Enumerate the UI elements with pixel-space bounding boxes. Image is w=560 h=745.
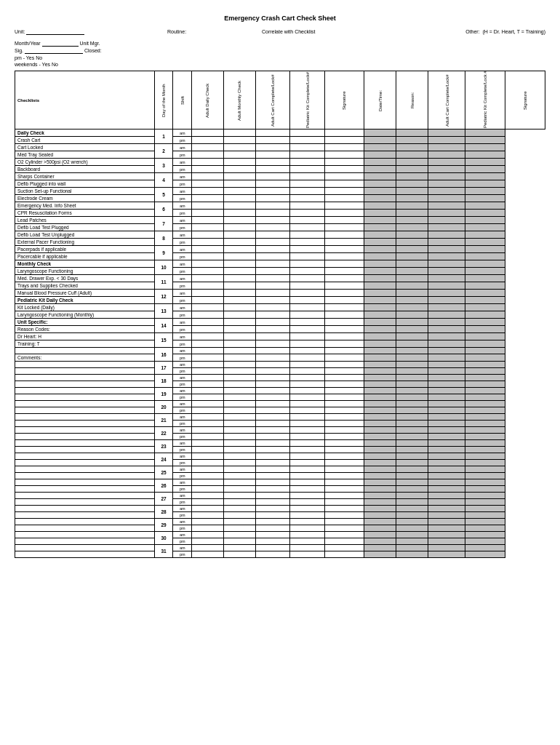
other-cell[interactable] bbox=[465, 427, 505, 434]
other-cell[interactable] bbox=[364, 311, 396, 319]
other-cell[interactable] bbox=[396, 479, 428, 486]
other-cell[interactable] bbox=[465, 421, 505, 427]
check-cell[interactable] bbox=[223, 173, 255, 180]
other-cell[interactable] bbox=[465, 239, 505, 246]
check-cell[interactable] bbox=[255, 333, 290, 340]
check-cell[interactable] bbox=[223, 460, 255, 466]
other-cell[interactable] bbox=[465, 333, 505, 340]
other-cell[interactable] bbox=[364, 519, 396, 525]
other-cell[interactable] bbox=[428, 231, 465, 239]
other-cell[interactable] bbox=[428, 506, 465, 512]
other-cell[interactable] bbox=[396, 144, 428, 151]
check-cell[interactable] bbox=[255, 326, 290, 333]
other-cell[interactable] bbox=[465, 453, 505, 460]
other-cell[interactable] bbox=[465, 545, 505, 551]
other-cell[interactable] bbox=[428, 486, 465, 493]
check-cell[interactable] bbox=[290, 151, 325, 159]
other-cell[interactable] bbox=[364, 151, 396, 159]
other-cell[interactable] bbox=[364, 210, 396, 217]
other-cell[interactable] bbox=[396, 493, 428, 499]
check-cell[interactable] bbox=[255, 253, 290, 260]
other-cell[interactable] bbox=[364, 144, 396, 151]
check-cell[interactable] bbox=[223, 499, 255, 506]
other-cell[interactable] bbox=[364, 427, 396, 434]
other-cell[interactable] bbox=[465, 525, 505, 532]
check-cell[interactable] bbox=[290, 460, 325, 466]
check-cell[interactable] bbox=[255, 340, 290, 348]
other-cell[interactable] bbox=[396, 304, 428, 311]
check-cell[interactable] bbox=[290, 551, 325, 558]
other-cell[interactable] bbox=[396, 326, 428, 333]
check-cell[interactable] bbox=[255, 447, 290, 453]
check-cell[interactable] bbox=[290, 499, 325, 506]
check-cell[interactable] bbox=[324, 239, 364, 246]
other-cell[interactable] bbox=[364, 479, 396, 486]
check-cell[interactable] bbox=[191, 506, 223, 512]
other-cell[interactable] bbox=[465, 551, 505, 558]
check-cell[interactable] bbox=[191, 532, 223, 538]
check-cell[interactable] bbox=[255, 453, 290, 460]
other-cell[interactable] bbox=[396, 239, 428, 246]
other-cell[interactable] bbox=[364, 551, 396, 558]
check-cell[interactable] bbox=[290, 493, 325, 499]
other-cell[interactable] bbox=[396, 401, 428, 407]
check-cell[interactable] bbox=[255, 460, 290, 466]
check-cell[interactable] bbox=[223, 159, 255, 166]
check-cell[interactable] bbox=[255, 348, 290, 354]
other-cell[interactable] bbox=[364, 224, 396, 231]
check-cell[interactable] bbox=[255, 538, 290, 545]
other-cell[interactable] bbox=[428, 375, 465, 381]
check-cell[interactable] bbox=[255, 354, 290, 362]
check-cell[interactable] bbox=[290, 532, 325, 538]
other-cell[interactable] bbox=[428, 202, 465, 210]
other-cell[interactable] bbox=[364, 525, 396, 532]
other-cell[interactable] bbox=[364, 275, 396, 282]
check-cell[interactable] bbox=[324, 354, 364, 362]
other-cell[interactable] bbox=[465, 246, 505, 253]
check-cell[interactable] bbox=[255, 144, 290, 151]
other-cell[interactable] bbox=[364, 297, 396, 304]
check-cell[interactable] bbox=[324, 246, 364, 253]
check-cell[interactable] bbox=[223, 137, 255, 144]
check-cell[interactable] bbox=[191, 394, 223, 401]
check-cell[interactable] bbox=[324, 180, 364, 188]
check-cell[interactable] bbox=[255, 486, 290, 493]
other-cell[interactable] bbox=[364, 354, 396, 362]
check-cell[interactable] bbox=[191, 493, 223, 499]
other-cell[interactable] bbox=[364, 394, 396, 401]
other-cell[interactable] bbox=[428, 166, 465, 173]
check-cell[interactable] bbox=[324, 173, 364, 180]
check-cell[interactable] bbox=[223, 217, 255, 224]
other-cell[interactable] bbox=[428, 499, 465, 506]
check-cell[interactable] bbox=[255, 224, 290, 231]
other-cell[interactable] bbox=[428, 217, 465, 224]
check-cell[interactable] bbox=[223, 440, 255, 447]
check-cell[interactable] bbox=[255, 173, 290, 180]
check-cell[interactable] bbox=[191, 297, 223, 304]
other-cell[interactable] bbox=[465, 499, 505, 506]
other-cell[interactable] bbox=[396, 460, 428, 466]
other-cell[interactable] bbox=[428, 525, 465, 532]
other-cell[interactable] bbox=[428, 440, 465, 447]
other-cell[interactable] bbox=[428, 253, 465, 260]
other-cell[interactable] bbox=[364, 268, 396, 275]
check-cell[interactable] bbox=[191, 538, 223, 545]
other-cell[interactable] bbox=[465, 532, 505, 538]
check-cell[interactable] bbox=[191, 188, 223, 195]
check-cell[interactable] bbox=[255, 282, 290, 290]
check-cell[interactable] bbox=[255, 246, 290, 253]
check-cell[interactable] bbox=[191, 260, 223, 268]
other-cell[interactable] bbox=[364, 532, 396, 538]
check-cell[interactable] bbox=[223, 434, 255, 440]
check-cell[interactable] bbox=[290, 217, 325, 224]
other-cell[interactable] bbox=[428, 282, 465, 290]
check-cell[interactable] bbox=[324, 290, 364, 297]
check-cell[interactable] bbox=[223, 447, 255, 453]
check-cell[interactable] bbox=[191, 282, 223, 290]
other-cell[interactable] bbox=[465, 137, 505, 144]
other-cell[interactable] bbox=[364, 231, 396, 239]
other-cell[interactable] bbox=[396, 394, 428, 401]
other-cell[interactable] bbox=[364, 499, 396, 506]
check-cell[interactable] bbox=[255, 512, 290, 519]
other-cell[interactable] bbox=[465, 340, 505, 348]
